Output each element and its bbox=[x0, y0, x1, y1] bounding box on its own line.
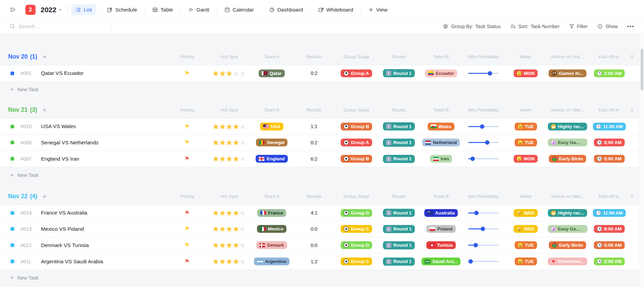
task-title[interactable]: England VS Iran bbox=[41, 156, 79, 162]
priority-flag-icon[interactable]: ⚑ bbox=[185, 140, 190, 145]
week-tag[interactable]: WED bbox=[514, 225, 538, 233]
team-a-tag[interactable]: Senegal bbox=[256, 139, 287, 146]
win-probability-slider[interactable] bbox=[468, 157, 499, 161]
add-task-to-group-button[interactable]: + bbox=[43, 53, 47, 60]
team-a-tag[interactable]: Qatar bbox=[259, 69, 284, 77]
slider-thumb[interactable] bbox=[488, 71, 492, 76]
priority-flag-icon[interactable]: ⚑ bbox=[185, 124, 190, 129]
team-b-tag[interactable]: Iran bbox=[430, 155, 452, 163]
kickoff-tag[interactable]: 5:00 AM bbox=[594, 241, 624, 249]
advice-tag[interactable]: Games fo... bbox=[549, 69, 586, 77]
priority-flag-icon[interactable]: ⚑ bbox=[185, 242, 190, 248]
win-probability-slider[interactable] bbox=[468, 259, 499, 264]
task-status-bullet[interactable] bbox=[10, 141, 14, 144]
vertical-scrollbar[interactable] bbox=[639, 33, 644, 287]
tab-add-view[interactable]: View bbox=[364, 4, 392, 15]
add-task-to-group-button[interactable]: + bbox=[43, 193, 47, 200]
task-title[interactable]: Senegal VS Netherlands bbox=[41, 140, 99, 146]
scrollbar-thumb[interactable] bbox=[641, 49, 643, 90]
advice-tag[interactable]: Highly rec... bbox=[548, 209, 587, 217]
hot-spot-rating[interactable]: ★★★★★ bbox=[208, 155, 251, 162]
win-probability-slider[interactable] bbox=[468, 243, 499, 248]
win-probability-slider[interactable] bbox=[468, 124, 499, 129]
hot-spot-rating[interactable]: ★★★★★ bbox=[208, 225, 251, 232]
week-tag[interactable]: MON bbox=[514, 69, 538, 77]
slider-thumb[interactable] bbox=[471, 157, 475, 161]
tab-calendar[interactable]: Calendar bbox=[220, 4, 258, 15]
sort-button[interactable]: Sort: Task Number bbox=[510, 24, 560, 29]
round-tag[interactable]: 1Round 1 bbox=[383, 241, 415, 249]
team-a-tag[interactable]: England bbox=[256, 155, 287, 163]
round-tag[interactable]: 1Round 1 bbox=[383, 225, 415, 233]
win-probability-slider[interactable] bbox=[468, 71, 499, 76]
slider-thumb[interactable] bbox=[485, 140, 490, 145]
task-status-bullet[interactable] bbox=[10, 243, 14, 247]
new-task-button[interactable]: +New Task bbox=[0, 167, 644, 183]
task-status-bullet[interactable] bbox=[10, 260, 14, 263]
task-title[interactable]: Mexico VS Poland bbox=[41, 226, 84, 232]
group-stage-tag[interactable]: Group D bbox=[341, 241, 372, 249]
kickoff-tag[interactable]: 8:00 AM bbox=[594, 225, 624, 233]
group-stage-tag[interactable]: Group C bbox=[341, 258, 372, 265]
week-tag[interactable]: TUE bbox=[515, 139, 537, 146]
round-tag[interactable]: 1Round 1 bbox=[383, 209, 415, 217]
week-tag[interactable]: TUE bbox=[515, 123, 537, 130]
team-b-tag[interactable]: Poland bbox=[426, 225, 455, 233]
task-title[interactable]: Qatar VS Ecuador bbox=[41, 70, 84, 76]
round-tag[interactable]: 1Round 1 bbox=[383, 155, 415, 163]
round-tag[interactable]: 1Round 1 bbox=[383, 139, 415, 147]
new-task-button[interactable]: +New Task bbox=[0, 270, 644, 286]
win-probability-slider[interactable] bbox=[468, 227, 499, 231]
kickoff-tag[interactable]: 2:00 AM bbox=[594, 69, 624, 77]
team-a-tag[interactable]: USA bbox=[260, 123, 284, 130]
team-a-tag[interactable]: Argentina bbox=[254, 258, 289, 265]
new-task-button[interactable]: +New Task bbox=[0, 81, 644, 97]
tab-list[interactable]: List bbox=[71, 4, 96, 15]
advice-tag[interactable]: Highly rec... bbox=[548, 123, 587, 130]
team-b-tag[interactable]: Wales bbox=[428, 123, 455, 130]
group-stage-tag[interactable]: Group B bbox=[341, 155, 372, 163]
filter-button[interactable]: Filter bbox=[569, 24, 588, 29]
team-a-tag[interactable]: France bbox=[257, 209, 286, 217]
team-b-tag[interactable]: Australia bbox=[424, 209, 458, 217]
task-status-bullet[interactable] bbox=[10, 157, 14, 161]
hot-spot-rating[interactable]: ★★★★★ bbox=[208, 123, 251, 130]
round-tag[interactable]: 1Round 1 bbox=[383, 122, 415, 130]
task-status-bullet[interactable] bbox=[10, 211, 14, 215]
team-a-tag[interactable]: Mexico bbox=[257, 225, 286, 233]
priority-flag-icon[interactable]: ⚑ bbox=[185, 226, 190, 232]
priority-flag-icon[interactable]: ⚑ bbox=[185, 210, 190, 216]
week-tag[interactable]: TUE bbox=[515, 258, 537, 265]
week-tag[interactable]: TUE bbox=[515, 241, 537, 249]
round-tag[interactable]: 1Round 1 bbox=[383, 69, 415, 77]
week-tag[interactable]: WED bbox=[514, 209, 538, 217]
task-status-bullet[interactable] bbox=[10, 227, 14, 231]
priority-flag-icon[interactable]: ⚑ bbox=[185, 156, 190, 162]
team-b-tag[interactable]: Ecuador bbox=[425, 69, 457, 77]
hot-spot-rating[interactable]: ★★★★★ bbox=[208, 139, 251, 146]
team-b-tag[interactable]: Saudi Ara... bbox=[422, 258, 460, 265]
search-input[interactable] bbox=[19, 23, 96, 29]
task-title[interactable]: Argentina VS Saudi Arabia bbox=[41, 259, 103, 265]
slider-thumb[interactable] bbox=[480, 124, 484, 129]
slider-thumb[interactable] bbox=[474, 211, 478, 215]
group-stage-tag[interactable]: Group B bbox=[341, 123, 372, 130]
advice-tag[interactable]: Early Birds bbox=[549, 155, 586, 163]
slider-thumb[interactable] bbox=[480, 227, 485, 231]
tab-dashboard[interactable]: Dashboard bbox=[265, 4, 307, 15]
kickoff-tag[interactable]: 11:00 AM bbox=[593, 209, 626, 217]
week-tag[interactable]: MON bbox=[514, 155, 538, 163]
kickoff-tag[interactable]: 2:00 AM bbox=[594, 258, 624, 265]
sidebar-collapse-icon[interactable] bbox=[9, 6, 16, 13]
group-stage-tag[interactable]: Group D bbox=[341, 209, 372, 217]
hot-spot-rating[interactable]: ★★★★★ bbox=[208, 209, 251, 217]
group-stage-tag[interactable]: Group A bbox=[341, 69, 372, 77]
add-task-to-group-button[interactable]: + bbox=[43, 106, 47, 114]
group-stage-tag[interactable]: Group C bbox=[341, 225, 372, 233]
advice-tag[interactable]: Early Birds bbox=[549, 241, 586, 249]
tab-table[interactable]: Table bbox=[148, 4, 177, 15]
show-button[interactable]: Show bbox=[597, 24, 618, 29]
tab-whiteboard[interactable]: Whiteboard bbox=[314, 4, 358, 15]
task-title[interactable]: France VS Australia bbox=[41, 210, 87, 216]
kickoff-tag[interactable]: 8:00 AM bbox=[594, 139, 624, 146]
